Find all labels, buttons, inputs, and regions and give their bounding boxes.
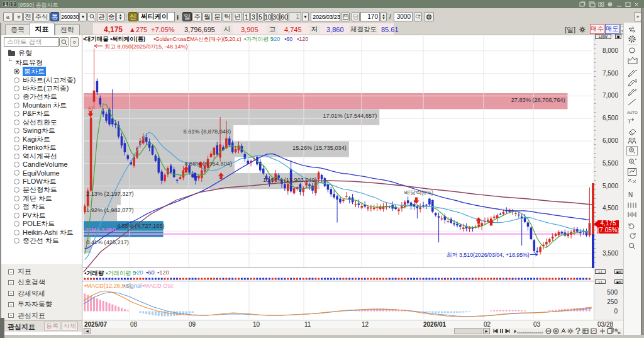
svg-text:▪20: ▪20: [272, 36, 280, 42]
svg-text:T: T: [628, 118, 631, 125]
svg-text:27.83% (28,706,764): 27.83% (28,706,764): [511, 97, 565, 103]
svg-text:4.58% (4,727,165): 4.58% (4,727,165): [117, 223, 165, 229]
svg-text:▪GoldenCrossEMA신호(매수)(5,20,c): ▪GoldenCrossEMA신호(매수)(5,20,c): [153, 36, 242, 42]
svg-text:17.01% (17,544,657): 17.01% (17,544,657): [323, 113, 377, 119]
svg-text:8.68% (8,954,804): 8.68% (8,954,804): [184, 161, 232, 167]
svg-text:▪120: ▪120: [297, 36, 308, 42]
svg-text:13.56% (13,903,049): 13.56% (13,903,049): [263, 177, 317, 183]
svg-text:2.13% (2,197,327): 2.13% (2,197,327): [86, 191, 134, 197]
svg-text:1.92% (1,982,077): 1.92% (1,982,077): [86, 207, 134, 213]
svg-text:0.41% (425,217): 0.41% (425,217): [86, 239, 129, 245]
svg-text:배당락(0%): 배당락(0%): [404, 189, 433, 196]
svg-text:15.26% (15,735,034): 15.26% (15,735,034): [292, 145, 347, 151]
svg-text:최저 3,510(2026/03/04, +18.95%): 최저 3,510(2026/03/04, +18.95%): [447, 252, 530, 258]
svg-text:AUTO: AUTO: [627, 111, 638, 115]
svg-text:▪가격이평 5: ▪가격이평 5: [244, 36, 274, 42]
svg-text:▪대기매물 ▪써티케이(통): ▪대기매물 ▪써티케이(통): [83, 36, 145, 42]
svg-text:8.61% (8,878,048): 8.61% (8,878,048): [183, 128, 231, 135]
svg-text:최고 8,050(2025/07/15, -48.14%): 최고 8,050(2025/07/15, -48.14%): [104, 43, 188, 50]
svg-text:N: N: [628, 191, 633, 198]
svg-text:▪60: ▪60: [284, 36, 292, 42]
svg-text:20MA 3,950: 20MA 3,950: [85, 227, 116, 233]
